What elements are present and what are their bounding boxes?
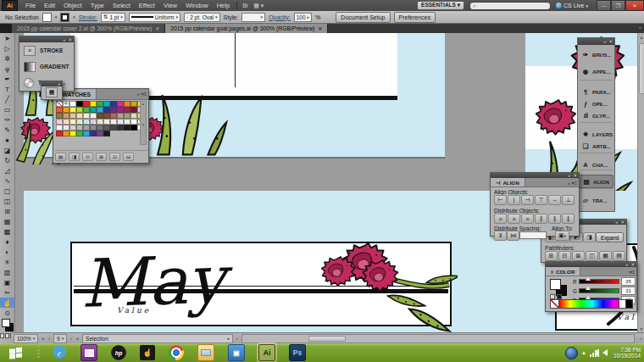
swatch[interactable] xyxy=(76,119,83,125)
swatch[interactable] xyxy=(56,113,63,119)
start-button[interactable] xyxy=(0,343,32,362)
channel-slider[interactable] xyxy=(579,288,619,293)
new-swatch-button[interactable]: ⊡ xyxy=(109,153,120,161)
illustrator-icon[interactable]: Ai xyxy=(258,344,275,361)
toolbar-fill-stroke-indicator[interactable] xyxy=(0,318,14,331)
horizontal-scroll-thumb[interactable] xyxy=(308,336,346,342)
arrange-documents-icon[interactable]: ▦ ▾ xyxy=(251,3,266,9)
tray-expand-icon[interactable]: ▲ xyxy=(581,350,586,355)
swatch[interactable] xyxy=(110,125,117,131)
menu-type[interactable]: Type xyxy=(86,0,108,11)
swatch[interactable] xyxy=(117,107,124,113)
menu-object[interactable]: Object xyxy=(59,0,86,11)
distribute-h-space-button[interactable]: ⋈ xyxy=(507,231,519,241)
eyedropper-tool-icon[interactable]: ♦ xyxy=(0,237,14,247)
channel-value-field[interactable]: 31 xyxy=(621,287,636,295)
swatch[interactable] xyxy=(76,125,83,131)
align-v-center-button[interactable]: − xyxy=(548,195,561,205)
zoom-level-dropdown[interactable]: 100% ▾ xyxy=(14,334,38,343)
tab-close-icon[interactable]: ✕ xyxy=(318,25,322,31)
swatch[interactable] xyxy=(76,131,83,136)
swatch[interactable] xyxy=(97,131,103,136)
next-artboard-icon[interactable]: › xyxy=(69,336,73,341)
fill-swatch[interactable] xyxy=(42,13,52,22)
swatch[interactable] xyxy=(90,113,97,119)
chrome-icon[interactable] xyxy=(169,345,184,360)
horizontal-scrollbar[interactable] xyxy=(242,334,635,343)
swatch[interactable] xyxy=(76,113,83,119)
close-icon[interactable]: ✕ xyxy=(68,37,72,42)
scroll-up-icon[interactable]: ▲ xyxy=(638,33,644,41)
tray-app-icon[interactable] xyxy=(565,347,578,359)
perspective-grid-tool-icon[interactable]: ⊞ xyxy=(0,206,14,216)
ie-icon[interactable]: e xyxy=(52,345,67,360)
zoom-tool-icon[interactable]: ⊙ xyxy=(0,308,14,318)
rotate-tool-icon[interactable]: ↻ xyxy=(0,155,14,165)
touch-settings-icon[interactable]: ☝ xyxy=(140,345,155,360)
close-icon[interactable]: ✕ xyxy=(620,220,625,225)
minimize-button[interactable]: — xyxy=(597,0,611,11)
panel-grip[interactable]: »✕ xyxy=(19,36,74,42)
swatch[interactable] xyxy=(124,125,130,131)
dock-grip[interactable]: «✕ xyxy=(578,38,614,45)
swatch[interactable] xyxy=(90,125,97,131)
swatch[interactable] xyxy=(69,101,76,107)
swatch[interactable] xyxy=(130,107,137,113)
blob-brush-tool-icon[interactable]: ● xyxy=(0,135,14,145)
blend-tool-icon[interactable]: ◐ xyxy=(0,247,14,257)
document-tab-1[interactable]: 2015 pp calendar cover 2.ai @ 300% (RGB/… xyxy=(12,24,165,33)
preferences-button[interactable]: Preferences xyxy=(394,12,436,23)
merge-button[interactable]: ⊠ xyxy=(572,251,585,261)
swatch[interactable] xyxy=(124,113,130,119)
line-tool-icon[interactable]: ╱ xyxy=(0,94,14,104)
distribute-left-button[interactable]: ∥ xyxy=(535,214,547,224)
align-h-center-button[interactable]: ∣ xyxy=(508,195,520,205)
magic-wand-tool-icon[interactable]: ✲ xyxy=(0,53,14,64)
menu-view[interactable]: View xyxy=(159,0,181,11)
close-button[interactable]: ✕ xyxy=(625,0,644,11)
distribute-right-button[interactable]: ∥ xyxy=(562,214,575,224)
swatch[interactable] xyxy=(103,113,110,119)
style-dropdown[interactable]: ▾ xyxy=(242,13,265,22)
swatch[interactable] xyxy=(117,113,124,119)
slider-thumb[interactable] xyxy=(586,287,591,290)
pencil-tool-icon[interactable]: ✎ xyxy=(0,125,14,135)
swatch[interactable]: ✛ xyxy=(63,101,69,107)
swatch[interactable] xyxy=(110,119,117,125)
swatch[interactable] xyxy=(63,119,69,125)
swatch[interactable] xyxy=(83,125,90,131)
swatch[interactable] xyxy=(110,113,117,119)
document-tab-2[interactable]: 2015 pp calendar goal pages.ai @ 300% (R… xyxy=(165,24,328,33)
gradient-button[interactable] xyxy=(5,333,9,338)
swatch[interactable] xyxy=(90,131,97,136)
menu-window[interactable]: Window xyxy=(181,0,213,11)
width-tool-icon[interactable]: ∿ xyxy=(0,175,14,186)
align-to-button[interactable]: ▣▾ xyxy=(555,231,569,241)
swatch[interactable] xyxy=(103,119,110,125)
eraser-tool-icon[interactable]: ◪ xyxy=(0,145,14,155)
swatch[interactable] xyxy=(97,125,103,131)
panel-menu-icon[interactable]: » ▾≡ xyxy=(567,180,577,186)
distribute-bottom-button[interactable]: ≡ xyxy=(521,214,534,224)
direct-selection-tool-icon[interactable]: ▷ xyxy=(0,43,14,53)
swatch[interactable] xyxy=(130,113,137,119)
swatch[interactable] xyxy=(130,125,137,131)
swatch-libraries-button[interactable]: ▤ xyxy=(55,153,66,161)
hand-tool-icon[interactable]: ☝ xyxy=(0,298,14,308)
stroke-link[interactable]: Stroke: xyxy=(79,14,97,20)
spectrum-black-swatch[interactable] xyxy=(625,299,633,309)
swatch[interactable] xyxy=(63,125,69,131)
align-bottom-button[interactable]: ⊥ xyxy=(562,195,575,205)
hscroll-right-icon[interactable]: › xyxy=(639,336,642,341)
tab-close-icon[interactable]: ✕ xyxy=(155,25,159,31)
swatch[interactable] xyxy=(97,119,103,125)
menu-help[interactable]: Help xyxy=(213,0,234,11)
system-window-icon[interactable]: ▣ xyxy=(228,344,245,361)
stroke-weight-field[interactable]: ⇅ 1 pt ▾ xyxy=(101,13,125,22)
panel-menu-icon[interactable]: « ▾≡ xyxy=(136,91,147,97)
menu-select[interactable]: Select xyxy=(108,0,135,11)
opacity-field[interactable]: 100 ▸ xyxy=(294,13,312,22)
shape-builder-tool-icon[interactable]: ◫ xyxy=(0,196,14,206)
restore-button[interactable]: ❐ xyxy=(611,0,625,11)
artboard-navigation-dropdown[interactable]: 9 ▾ xyxy=(53,334,67,343)
